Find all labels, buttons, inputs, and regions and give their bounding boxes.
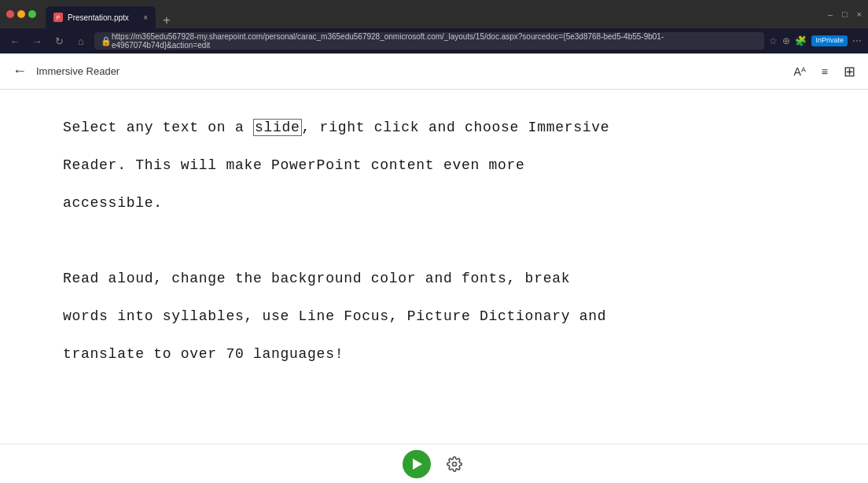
paragraph-2: Read aloud, change the background color …	[63, 264, 805, 293]
nav-right-icons: ☆ ⊕ 🧩 InPrivate ⋯	[769, 35, 862, 46]
reader-text: Select any text on a slide, right click …	[63, 113, 805, 368]
paragraph-spacer	[63, 227, 805, 255]
settings-button[interactable]	[443, 453, 465, 475]
paragraph-1: Select any text on a slide, right click …	[63, 113, 805, 142]
close-traffic-light[interactable]	[6, 10, 14, 18]
svg-point-0	[453, 462, 457, 466]
nav-back-button[interactable]: ←	[6, 32, 24, 50]
font-size-button[interactable]: Aᴬ	[793, 65, 805, 78]
app-back-button[interactable]: ←	[13, 63, 27, 79]
address-text: https://m365edu567928-my.sharepoint.com/…	[112, 32, 758, 50]
text-options-button[interactable]: ≡	[822, 65, 828, 78]
app-bar: ← Immersive Reader Aᴬ ≡ ⊞	[0, 53, 868, 90]
active-browser-tab[interactable]: P Presentation.pptx ×	[46, 6, 156, 28]
tab-favicon: P	[53, 13, 63, 22]
favorites-icon[interactable]: ☆	[769, 35, 778, 46]
extensions-icon[interactable]: 🧩	[795, 35, 807, 46]
restore-button[interactable]: □	[842, 9, 848, 19]
play-icon	[413, 459, 422, 470]
paragraph-1-cont: Reader. This will make PowerPoint conten…	[63, 151, 805, 179]
lock-icon: 🔒	[101, 36, 112, 46]
browser-tabs: P Presentation.pptx × +	[46, 0, 175, 28]
collections-icon[interactable]: ⊕	[782, 35, 790, 46]
browser-chrome: P Presentation.pptx × + – □ ×	[0, 0, 868, 28]
nav-refresh-button[interactable]: ↻	[50, 32, 68, 50]
inprivate-badge: InPrivate	[811, 35, 848, 46]
gear-icon	[447, 456, 462, 472]
window-controls: – □ ×	[828, 9, 862, 19]
tab-title: Presentation.pptx	[68, 13, 129, 22]
tab-close-button[interactable]: ×	[143, 13, 148, 22]
play-button[interactable]	[403, 450, 431, 478]
close-button[interactable]: ×	[857, 9, 862, 19]
book-view-button[interactable]: ⊞	[844, 63, 855, 80]
bottom-bar	[0, 444, 868, 483]
paragraph-1-end: accessible.	[63, 189, 805, 217]
traffic-lights	[6, 10, 36, 18]
minimize-traffic-light[interactable]	[17, 10, 25, 18]
minimize-button[interactable]: –	[828, 9, 833, 19]
main-content: Select any text on a slide, right click …	[0, 90, 868, 444]
immersive-reader-title: Immersive Reader	[36, 65, 120, 77]
app-bar-right: Aᴬ ≡ ⊞	[793, 63, 855, 80]
navigation-bar: ← → ↻ ⌂ 🔒 https://m365edu567928-my.share…	[0, 28, 868, 53]
new-tab-button[interactable]: +	[159, 13, 175, 28]
maximize-traffic-light[interactable]	[28, 10, 36, 18]
highlighted-word: slide	[253, 119, 302, 136]
nav-home-button[interactable]: ⌂	[72, 32, 90, 50]
nav-forward-button[interactable]: →	[28, 32, 46, 50]
address-bar[interactable]: 🔒 https://m365edu567928-my.sharepoint.co…	[94, 32, 764, 50]
more-options-button[interactable]: ⋯	[852, 35, 862, 46]
paragraph-2-cont: words into syllables, use Line Focus, Pi…	[63, 302, 805, 330]
paragraph-2-end: translate to over 70 languages!	[63, 340, 805, 368]
